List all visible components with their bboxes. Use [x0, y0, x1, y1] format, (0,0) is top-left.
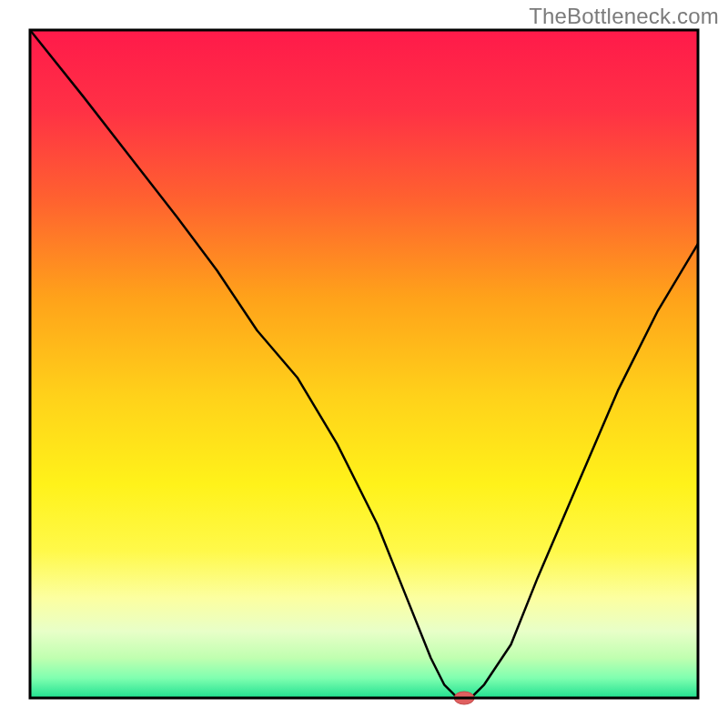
- plot-background: [30, 30, 698, 698]
- watermark-text: TheBottleneck.com: [529, 4, 719, 29]
- bottleneck-chart: TheBottleneck.com: [0, 0, 728, 728]
- chart-svg: [0, 0, 728, 728]
